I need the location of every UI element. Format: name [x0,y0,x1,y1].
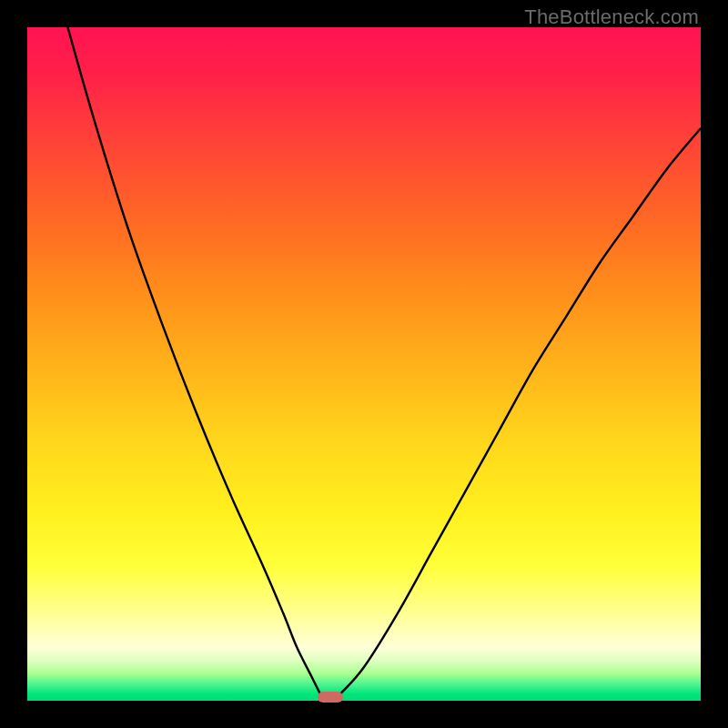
bottleneck-curve [27,27,701,701]
curve-left [67,27,320,694]
watermark-text: TheBottleneck.com [524,5,699,29]
curve-right [340,128,701,694]
plot-area [27,27,701,701]
chart-frame: TheBottleneck.com [0,0,728,728]
optimal-marker [318,692,343,703]
